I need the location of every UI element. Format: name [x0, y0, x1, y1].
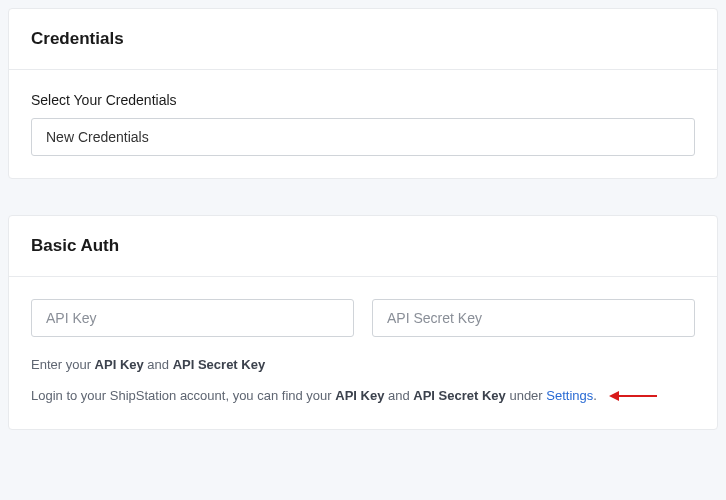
basic-auth-title: Basic Auth	[31, 236, 695, 256]
basic-auth-header: Basic Auth	[9, 216, 717, 277]
basic-auth-body: Enter your API Key and API Secret Key Lo…	[9, 277, 717, 429]
api-inputs-row	[31, 299, 695, 337]
arrow-annotation-icon	[609, 391, 657, 401]
api-key-strong-2: API Key	[335, 388, 384, 403]
credentials-selected-value: New Credentials	[46, 129, 149, 145]
api-secret-key-input[interactable]	[372, 299, 695, 337]
api-key-strong: API Key	[95, 357, 144, 372]
credentials-card: Credentials Select Your Credentials New …	[8, 8, 718, 179]
settings-link[interactable]: Settings	[546, 388, 593, 403]
helper-text-1: Enter your API Key and API Secret Key	[31, 355, 695, 376]
basic-auth-card: Basic Auth Enter your API Key and API Se…	[8, 215, 718, 430]
api-secret-strong: API Secret Key	[173, 357, 266, 372]
credentials-header: Credentials	[9, 9, 717, 70]
helper-text-2: Login to your ShipStation account, you c…	[31, 386, 695, 407]
credentials-select[interactable]: New Credentials	[31, 118, 695, 156]
credentials-body: Select Your Credentials New Credentials	[9, 70, 717, 178]
api-secret-strong-2: API Secret Key	[413, 388, 506, 403]
credentials-title: Credentials	[31, 29, 695, 49]
select-credentials-label: Select Your Credentials	[31, 92, 695, 108]
api-key-input[interactable]	[31, 299, 354, 337]
